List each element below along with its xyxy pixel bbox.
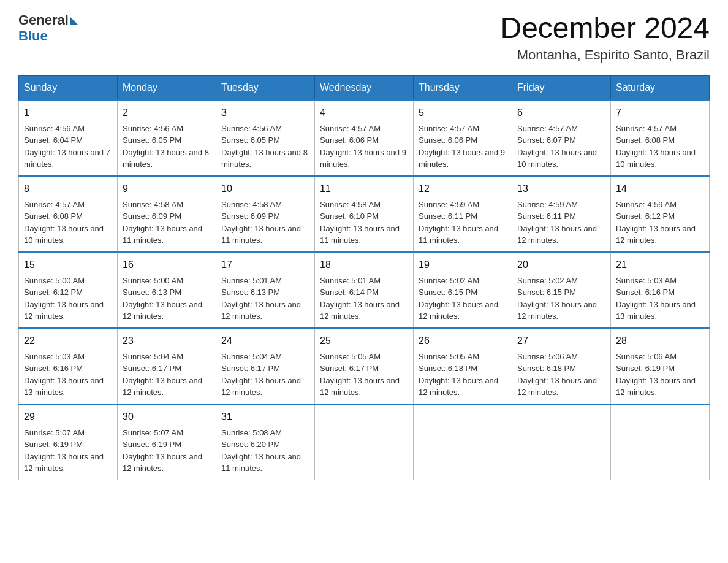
col-header-friday: Friday <box>512 75 611 100</box>
calendar-cell: 12Sunrise: 4:59 AMSunset: 6:11 PMDayligh… <box>414 176 512 252</box>
week-row-5: 29Sunrise: 5:07 AMSunset: 6:19 PMDayligh… <box>19 404 710 480</box>
day-info: Sunrise: 5:05 AMSunset: 6:17 PMDaylight:… <box>320 352 400 397</box>
page-header: General Blue December 2024 Montanha, Esp… <box>18 12 710 63</box>
calendar-cell: 6Sunrise: 4:57 AMSunset: 6:07 PMDaylight… <box>512 100 611 176</box>
day-number: 30 <box>123 410 211 424</box>
calendar-cell: 1Sunrise: 4:56 AMSunset: 6:04 PMDaylight… <box>19 100 118 176</box>
calendar-cell: 27Sunrise: 5:06 AMSunset: 6:18 PMDayligh… <box>512 328 611 404</box>
day-info: Sunrise: 4:57 AMSunset: 6:06 PMDaylight:… <box>320 124 406 169</box>
logo-general-text: General <box>18 12 69 28</box>
day-info: Sunrise: 5:02 AMSunset: 6:15 PMDaylight:… <box>517 276 597 321</box>
day-info: Sunrise: 5:06 AMSunset: 6:19 PMDaylight:… <box>616 352 696 397</box>
calendar-cell: 8Sunrise: 4:57 AMSunset: 6:08 PMDaylight… <box>19 176 118 252</box>
day-number: 24 <box>221 334 309 348</box>
calendar-cell: 26Sunrise: 5:05 AMSunset: 6:18 PMDayligh… <box>414 328 512 404</box>
week-row-4: 22Sunrise: 5:03 AMSunset: 6:16 PMDayligh… <box>19 328 710 404</box>
week-row-3: 15Sunrise: 5:00 AMSunset: 6:12 PMDayligh… <box>19 252 710 328</box>
calendar-cell: 19Sunrise: 5:02 AMSunset: 6:15 PMDayligh… <box>414 252 512 328</box>
day-number: 20 <box>517 258 605 272</box>
day-info: Sunrise: 5:08 AMSunset: 6:20 PMDaylight:… <box>221 428 301 473</box>
day-number: 11 <box>320 182 408 196</box>
day-number: 5 <box>419 105 507 120</box>
day-info: Sunrise: 5:00 AMSunset: 6:13 PMDaylight:… <box>123 276 202 321</box>
week-row-1: 1Sunrise: 4:56 AMSunset: 6:04 PMDaylight… <box>19 100 710 176</box>
calendar-cell: 21Sunrise: 5:03 AMSunset: 6:16 PMDayligh… <box>611 252 710 328</box>
day-info: Sunrise: 5:07 AMSunset: 6:19 PMDaylight:… <box>123 428 202 473</box>
col-header-wednesday: Wednesday <box>315 75 414 100</box>
calendar-cell: 22Sunrise: 5:03 AMSunset: 6:16 PMDayligh… <box>19 328 118 404</box>
calendar-cell: 11Sunrise: 4:58 AMSunset: 6:10 PMDayligh… <box>315 176 414 252</box>
day-info: Sunrise: 4:56 AMSunset: 6:05 PMDaylight:… <box>123 124 209 169</box>
calendar-cell: 28Sunrise: 5:06 AMSunset: 6:19 PMDayligh… <box>611 328 710 404</box>
day-info: Sunrise: 5:06 AMSunset: 6:18 PMDaylight:… <box>517 352 597 397</box>
day-number: 12 <box>419 182 507 196</box>
day-info: Sunrise: 5:07 AMSunset: 6:19 PMDaylight:… <box>24 428 104 473</box>
day-info: Sunrise: 5:04 AMSunset: 6:17 PMDaylight:… <box>123 352 202 397</box>
day-info: Sunrise: 5:00 AMSunset: 6:12 PMDaylight:… <box>24 276 104 321</box>
calendar-cell: 23Sunrise: 5:04 AMSunset: 6:17 PMDayligh… <box>118 328 216 404</box>
day-info: Sunrise: 4:57 AMSunset: 6:08 PMDaylight:… <box>616 124 696 169</box>
day-number: 16 <box>123 258 211 272</box>
col-header-monday: Monday <box>118 75 216 100</box>
calendar-cell: 24Sunrise: 5:04 AMSunset: 6:17 PMDayligh… <box>216 328 315 404</box>
day-info: Sunrise: 4:56 AMSunset: 6:05 PMDaylight:… <box>221 124 308 169</box>
day-number: 28 <box>616 334 704 348</box>
logo: General Blue <box>18 12 78 44</box>
calendar-cell: 3Sunrise: 4:56 AMSunset: 6:05 PMDaylight… <box>216 100 315 176</box>
day-number: 23 <box>123 334 211 348</box>
day-number: 14 <box>616 182 704 196</box>
day-number: 31 <box>221 410 309 424</box>
calendar-cell: 7Sunrise: 4:57 AMSunset: 6:08 PMDaylight… <box>611 100 710 176</box>
day-info: Sunrise: 4:57 AMSunset: 6:07 PMDaylight:… <box>517 124 597 169</box>
day-number: 25 <box>320 334 408 348</box>
day-number: 3 <box>221 105 309 120</box>
calendar-table: SundayMondayTuesdayWednesdayThursdayFrid… <box>18 75 710 480</box>
title-area: December 2024 Montanha, Espirito Santo, … <box>500 12 710 63</box>
day-number: 8 <box>24 182 112 196</box>
calendar-cell: 9Sunrise: 4:58 AMSunset: 6:09 PMDaylight… <box>118 176 216 252</box>
day-info: Sunrise: 4:58 AMSunset: 6:09 PMDaylight:… <box>221 200 301 245</box>
day-info: Sunrise: 5:05 AMSunset: 6:18 PMDaylight:… <box>419 352 498 397</box>
day-number: 4 <box>320 105 408 120</box>
day-number: 1 <box>24 105 112 120</box>
calendar-cell: 18Sunrise: 5:01 AMSunset: 6:14 PMDayligh… <box>315 252 414 328</box>
day-info: Sunrise: 4:58 AMSunset: 6:10 PMDaylight:… <box>320 200 400 245</box>
calendar-cell: 25Sunrise: 5:05 AMSunset: 6:17 PMDayligh… <box>315 328 414 404</box>
day-number: 19 <box>419 258 507 272</box>
day-info: Sunrise: 4:58 AMSunset: 6:09 PMDaylight:… <box>123 200 202 245</box>
day-number: 2 <box>123 105 211 120</box>
calendar-cell <box>315 404 414 480</box>
day-info: Sunrise: 4:59 AMSunset: 6:11 PMDaylight:… <box>419 200 498 245</box>
calendar-cell <box>611 404 710 480</box>
day-info: Sunrise: 4:56 AMSunset: 6:04 PMDaylight:… <box>24 124 110 169</box>
col-header-tuesday: Tuesday <box>216 75 315 100</box>
day-info: Sunrise: 5:04 AMSunset: 6:17 PMDaylight:… <box>221 352 301 397</box>
calendar-cell: 10Sunrise: 4:58 AMSunset: 6:09 PMDayligh… <box>216 176 315 252</box>
day-info: Sunrise: 4:59 AMSunset: 6:12 PMDaylight:… <box>616 200 696 245</box>
calendar-cell: 30Sunrise: 5:07 AMSunset: 6:19 PMDayligh… <box>118 404 216 480</box>
day-number: 15 <box>24 258 112 272</box>
day-info: Sunrise: 4:57 AMSunset: 6:08 PMDaylight:… <box>24 200 104 245</box>
col-header-thursday: Thursday <box>414 75 512 100</box>
calendar-cell: 16Sunrise: 5:00 AMSunset: 6:13 PMDayligh… <box>118 252 216 328</box>
day-number: 9 <box>123 182 211 196</box>
week-row-2: 8Sunrise: 4:57 AMSunset: 6:08 PMDaylight… <box>19 176 710 252</box>
calendar-cell: 4Sunrise: 4:57 AMSunset: 6:06 PMDaylight… <box>315 100 414 176</box>
day-number: 22 <box>24 334 112 348</box>
day-number: 21 <box>616 258 704 272</box>
day-number: 29 <box>24 410 112 424</box>
day-info: Sunrise: 5:01 AMSunset: 6:13 PMDaylight:… <box>221 276 301 321</box>
calendar-header-row: SundayMondayTuesdayWednesdayThursdayFrid… <box>19 75 710 100</box>
calendar-cell: 20Sunrise: 5:02 AMSunset: 6:15 PMDayligh… <box>512 252 611 328</box>
calendar-cell <box>414 404 512 480</box>
day-number: 18 <box>320 258 408 272</box>
calendar-cell: 14Sunrise: 4:59 AMSunset: 6:12 PMDayligh… <box>611 176 710 252</box>
day-number: 7 <box>616 105 704 120</box>
calendar-cell: 31Sunrise: 5:08 AMSunset: 6:20 PMDayligh… <box>216 404 315 480</box>
location-title: Montanha, Espirito Santo, Brazil <box>500 47 710 63</box>
day-number: 26 <box>419 334 507 348</box>
calendar-cell: 13Sunrise: 4:59 AMSunset: 6:11 PMDayligh… <box>512 176 611 252</box>
calendar-cell <box>512 404 611 480</box>
calendar-cell: 15Sunrise: 5:00 AMSunset: 6:12 PMDayligh… <box>19 252 118 328</box>
col-header-sunday: Sunday <box>19 75 118 100</box>
